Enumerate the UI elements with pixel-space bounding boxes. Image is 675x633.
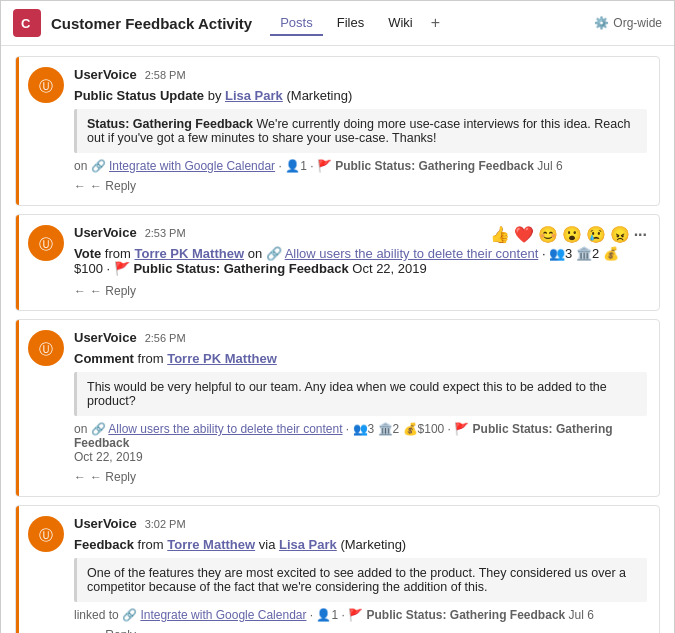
emoji-sad[interactable]: 😢 — [586, 225, 606, 244]
post-footer: on 🔗 Integrate with Google Calendar · 👤1… — [74, 159, 647, 173]
content-type: Comment — [74, 351, 134, 366]
content-from[interactable]: Torre PK Matthew — [134, 246, 244, 261]
content-box: Status: Gathering Feedback We're current… — [74, 109, 647, 153]
post-author: UserVoice — [74, 67, 137, 82]
post-time: 2:53 PM — [145, 227, 186, 239]
post-content: Public Status Update by Lisa Park (Marke… — [74, 88, 647, 103]
footer-link[interactable]: Allow users the ability to delete their … — [108, 422, 342, 436]
post-card: Ⓤ UserVoice 3:02 PM Feedback from Torre … — [15, 505, 660, 633]
post-card: Ⓤ UserVoice 2:56 PM Comment from Torre P… — [15, 319, 660, 497]
tab-wiki[interactable]: Wiki — [378, 11, 423, 36]
reply-button[interactable]: ← ← Reply — [74, 468, 136, 486]
svg-text:Ⓤ: Ⓤ — [39, 78, 53, 94]
post-content: Vote from Torre PK Matthew on 🔗 Allow us… — [74, 246, 647, 276]
post-footer: linked to 🔗 Integrate with Google Calend… — [74, 608, 647, 622]
svg-text:Ⓤ: Ⓤ — [39, 527, 53, 543]
content-type: Public Status Update — [74, 88, 204, 103]
avatar: Ⓤ — [28, 516, 64, 552]
content-type: Vote — [74, 246, 101, 261]
reply-button[interactable]: ← ← Reply — [74, 282, 136, 300]
post-card: Ⓤ UserVoice 2:58 PM Public Status Update… — [15, 56, 660, 206]
nav-tabs: Posts Files Wiki + — [270, 11, 444, 36]
content-type: Feedback — [74, 537, 134, 552]
post-content: Comment from Torre PK Matthew — [74, 351, 647, 366]
reply-button[interactable]: ← ← Reply — [74, 177, 136, 195]
reply-icon: ← — [74, 284, 86, 298]
post-author: UserVoice — [74, 330, 137, 345]
post-time: 2:58 PM — [145, 69, 186, 81]
emoji-angry[interactable]: 😠 — [610, 225, 630, 244]
avatar: Ⓤ — [28, 330, 64, 366]
header: C Customer Feedback Activity Posts Files… — [1, 1, 674, 46]
tab-files[interactable]: Files — [327, 11, 374, 36]
post-footer: on 🔗 Allow users the ability to delete t… — [74, 422, 647, 464]
settings-icon: ⚙️ — [594, 16, 609, 30]
post-author: UserVoice — [74, 225, 137, 240]
content-from[interactable]: Torre PK Matthew — [167, 351, 277, 366]
emoji-reaction-row: 👍 ❤️ 😊 😮 😢 😠 ··· — [490, 225, 647, 244]
status-value: Gathering Feedback — [133, 117, 253, 131]
post-time: 2:56 PM — [145, 332, 186, 344]
app-icon: C — [13, 9, 41, 37]
post-card: Ⓤ UserVoice 2:53 PM Vote from Torre PK M… — [15, 214, 660, 311]
post-author: UserVoice — [74, 516, 137, 531]
svg-text:C: C — [21, 16, 31, 31]
content-via[interactable]: Lisa Park — [279, 537, 337, 552]
svg-text:Ⓤ: Ⓤ — [39, 236, 53, 252]
app-container: C Customer Feedback Activity Posts Files… — [0, 0, 675, 633]
post-body: UserVoice 2:58 PM Public Status Update b… — [74, 67, 647, 195]
reply-icon: ← — [74, 179, 86, 193]
reply-icon: ← — [74, 628, 86, 633]
tab-posts[interactable]: Posts — [270, 11, 323, 36]
post-meta: UserVoice 3:02 PM — [74, 516, 647, 531]
add-tab-button[interactable]: + — [427, 14, 444, 32]
channel-title: Customer Feedback Activity — [51, 15, 252, 32]
reply-button[interactable]: ← ← Reply — [74, 626, 136, 633]
post-content: Feedback from Torre Matthew via Lisa Par… — [74, 537, 647, 552]
content-from[interactable]: Torre Matthew — [167, 537, 255, 552]
emoji-wow[interactable]: 😮 — [562, 225, 582, 244]
footer-link[interactable]: Integrate with Google Calendar — [140, 608, 306, 622]
post-feed: Ⓤ UserVoice 2:58 PM Public Status Update… — [1, 46, 674, 633]
post-meta: UserVoice 2:58 PM — [74, 67, 647, 82]
emoji-smile[interactable]: 😊 — [538, 225, 558, 244]
post-body: UserVoice 3:02 PM Feedback from Torre Ma… — [74, 516, 647, 633]
emoji-heart[interactable]: ❤️ — [514, 225, 534, 244]
content-by[interactable]: Lisa Park — [225, 88, 283, 103]
accent-bar — [16, 320, 19, 496]
post-meta: UserVoice 2:56 PM — [74, 330, 647, 345]
org-wide-label: ⚙️ Org-wide — [594, 16, 662, 30]
post-body: UserVoice 2:56 PM Comment from Torre PK … — [74, 330, 647, 486]
avatar: Ⓤ — [28, 225, 64, 261]
accent-bar — [16, 215, 19, 310]
content-link[interactable]: Allow users the ability to delete their … — [285, 246, 539, 261]
content-box: One of the features they are most excite… — [74, 558, 647, 602]
accent-bar — [16, 506, 19, 633]
svg-text:Ⓤ: Ⓤ — [39, 341, 53, 357]
reply-icon: ← — [74, 470, 86, 484]
post-time: 3:02 PM — [145, 518, 186, 530]
more-options-button[interactable]: ··· — [634, 226, 647, 244]
footer-link[interactable]: Integrate with Google Calendar — [109, 159, 275, 173]
emoji-thumbsup[interactable]: 👍 — [490, 225, 510, 244]
accent-bar — [16, 57, 19, 205]
avatar: Ⓤ — [28, 67, 64, 103]
content-box: This would be very helpful to our team. … — [74, 372, 647, 416]
